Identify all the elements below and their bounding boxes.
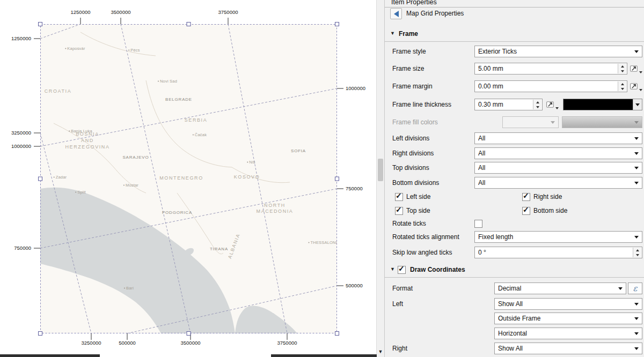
skip-low-angled-ticks-spinbox[interactable]: 0 °: [474, 247, 642, 258]
data-defined-override-icon: [630, 64, 639, 73]
frame-style-label: Frame style: [392, 46, 426, 57]
right-side-checkbox[interactable]: ✓: [522, 193, 530, 201]
custom-format-expression-button[interactable]: ε: [628, 282, 642, 294]
rotate-ticks-row: Rotate ticks: [385, 219, 644, 229]
chevron-down-icon: [634, 317, 639, 320]
draw-coordinates-section-header[interactable]: ▼ ✓ Draw Coordinates: [385, 264, 644, 278]
spin-down-icon[interactable]: [533, 105, 541, 109]
override-menu-arrow-icon: [639, 89, 642, 91]
left-divisions-label: Left divisions: [392, 132, 429, 144]
grid-annotation-left: 3250000: [0, 130, 31, 136]
chevron-down-icon: [634, 303, 639, 306]
spin-up-icon[interactable]: [618, 81, 626, 86]
chevron-down-icon: [634, 137, 639, 140]
rotated-ticks-alignment-row: Rotated ticks alignment Fixed length: [385, 231, 644, 244]
sides-row-2: ✓ Top side ✓ Bottom side: [385, 206, 644, 217]
chevron-down-icon[interactable]: [633, 99, 642, 110]
chevron-down-icon: [634, 182, 639, 184]
right-divisions-combo[interactable]: All: [474, 147, 642, 159]
frame-size-spinbox[interactable]: 5.00 mm: [474, 63, 627, 75]
scrollbar-down-button[interactable]: ▼: [377, 347, 384, 356]
bottom-divisions-combo[interactable]: All: [474, 177, 642, 189]
frame-margin-row: Frame margin 0.00 mm: [385, 80, 644, 93]
chevron-down-icon: [634, 332, 639, 335]
format-row: Format Decimal ε: [385, 282, 644, 295]
coords-left-orientation-combo[interactable]: Horizontal: [494, 328, 642, 339]
data-defined-override-button[interactable]: [630, 80, 642, 92]
data-defined-override-button[interactable]: [546, 99, 559, 110]
draw-coordinates-checkbox[interactable]: ✓: [398, 266, 406, 274]
skip-low-angled-ticks-row: Skip low angled ticks 0 °: [385, 247, 644, 259]
frame-line-color-button[interactable]: [563, 99, 642, 110]
frame-fill-color1-button: [502, 116, 559, 128]
spin-down-icon[interactable]: [618, 69, 626, 73]
panel-scrollbar[interactable]: ▼: [376, 0, 384, 357]
frame-section-header[interactable]: ▼ Frame: [385, 28, 644, 42]
rotated-ticks-alignment-combo[interactable]: Fixed length: [474, 231, 642, 243]
grid-annotation-bottom: 3750000: [277, 340, 297, 346]
top-side-checkbox[interactable]: ✓: [395, 207, 403, 215]
coords-left-placement-row: Outside Frame: [385, 313, 644, 325]
panel-subtitle: Map Grid Properties: [406, 10, 464, 17]
frame-style-row: Frame style Exterior Ticks: [385, 46, 644, 58]
data-defined-override-button[interactable]: [630, 63, 642, 75]
frame-margin-label: Frame margin: [392, 80, 433, 92]
frame-fill-colors-row: Frame fill colors: [385, 116, 644, 129]
frame-size-row: Frame size 5.00 mm: [385, 63, 644, 76]
right-divisions-row: Right divisions All: [385, 147, 644, 160]
bottom-edge-bar: [0, 354, 100, 357]
coords-left-placement-combo[interactable]: Outside Frame: [494, 313, 642, 324]
top-divisions-combo[interactable]: All: [474, 162, 642, 174]
skip-low-angled-ticks-label: Skip low angled ticks: [392, 247, 452, 258]
coords-left-orientation-row: Horizontal: [385, 328, 644, 340]
data-defined-override-icon: [630, 82, 639, 91]
format-combo[interactable]: Decimal: [494, 282, 626, 294]
left-side-label: Left side: [406, 192, 430, 202]
left-side-checkbox[interactable]: ✓: [395, 193, 403, 201]
grid-annotation-top: 1250000: [71, 9, 91, 15]
back-arrow-icon: [394, 11, 399, 17]
chevron-down-icon: [634, 152, 639, 155]
grid-annotation-left: 750000: [0, 245, 31, 251]
grid-annotation-left: 1000000: [0, 143, 31, 149]
grid-annotation-bottom: 500000: [119, 340, 136, 346]
spin-up-icon[interactable]: [533, 100, 541, 105]
sides-row-1: ✓ Left side ✓ Right side: [385, 192, 644, 203]
top-divisions-row: Top divisions All: [385, 162, 644, 175]
frame-fill-colors-label: Frame fill colors: [392, 116, 438, 128]
spin-down-icon[interactable]: [633, 252, 641, 257]
spin-up-icon[interactable]: [618, 64, 626, 69]
coords-right-combo[interactable]: Show All: [494, 343, 642, 354]
coords-left-combo[interactable]: Show All: [494, 298, 642, 310]
grid-annotation-bottom: 3500000: [181, 340, 201, 346]
frame-section-title: Frame: [399, 30, 418, 38]
spin-up-icon[interactable]: [633, 248, 641, 252]
color-swatch: [564, 99, 633, 110]
frame-line-thickness-spinbox[interactable]: 0.30 mm: [474, 99, 543, 110]
frame-line-thickness-row: Frame line thickness 0.30 mm: [385, 99, 644, 111]
panel-title: Item Properties: [391, 0, 437, 6]
scrollbar-thumb[interactable]: [378, 159, 383, 181]
bottom-side-checkbox[interactable]: ✓: [522, 207, 530, 215]
override-menu-arrow-icon: [555, 107, 559, 109]
rotated-ticks-alignment-label: Rotated ticks alignment: [392, 231, 459, 243]
chevron-down-icon: [634, 236, 639, 239]
frame-margin-spinbox[interactable]: 0.00 mm: [474, 80, 627, 92]
chevron-down-icon: [634, 167, 639, 169]
collapse-arrow-icon: ▼: [390, 266, 395, 272]
spin-down-icon[interactable]: [618, 86, 626, 91]
left-divisions-row: Left divisions All: [385, 132, 644, 145]
left-divisions-combo[interactable]: All: [474, 132, 642, 144]
grid-annotation-right: 500000: [346, 282, 363, 288]
layout-canvas: CROATIA SERBIA BOSNIA AND HERZEGOVINA MO…: [0, 0, 377, 357]
grid-annotation-right: 750000: [346, 185, 363, 191]
frame-style-combo[interactable]: Exterior Ticks: [474, 46, 642, 57]
back-button[interactable]: [390, 8, 402, 19]
map-item[interactable]: [40, 24, 337, 333]
item-properties-panel: Item Properties Map Grid Properties ▼ Fr…: [384, 0, 644, 357]
rotate-ticks-checkbox[interactable]: [474, 220, 482, 228]
grid-annotation-left: 1250000: [0, 35, 31, 41]
coords-right-row: Right Show All: [385, 343, 644, 355]
override-menu-arrow-icon: [639, 71, 642, 73]
draw-coordinates-title: Draw Coordinates: [410, 266, 465, 273]
